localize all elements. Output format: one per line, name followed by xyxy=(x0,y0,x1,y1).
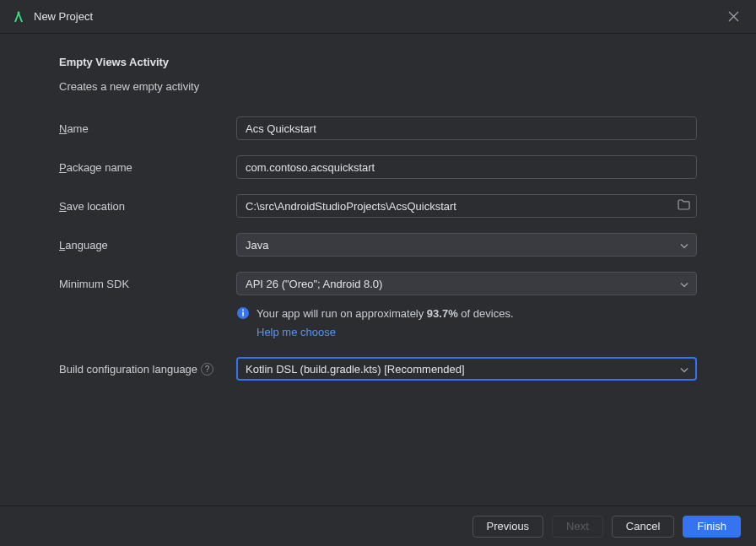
cancel-button[interactable]: Cancel xyxy=(612,516,674,538)
next-button: Next xyxy=(552,516,603,538)
window-title: New Project xyxy=(34,10,93,23)
page-subtitle: Creates a new empty activity xyxy=(59,80,697,93)
info-icon xyxy=(236,306,250,320)
close-icon xyxy=(728,11,739,22)
android-studio-icon xyxy=(12,10,25,24)
row-minimum-sdk: Minimum SDK API 26 ("Oreo"; Android 8.0) xyxy=(59,272,697,295)
label-build-config-language: Build configuration language ? xyxy=(59,363,236,376)
row-name: Name xyxy=(59,116,697,140)
sdk-info-row: Your app will run on approximately 93.7%… xyxy=(236,305,697,340)
help-icon[interactable]: ? xyxy=(201,363,213,376)
language-select[interactable]: Java xyxy=(236,233,697,257)
name-input[interactable] xyxy=(236,116,697,140)
page-title: Empty Views Activity xyxy=(59,56,697,68)
row-language: Language Java xyxy=(59,233,697,257)
build-config-language-select[interactable]: Kotlin DSL (build.gradle.kts) [Recommend… xyxy=(236,357,697,381)
label-language: Language xyxy=(59,239,236,251)
label-minimum-sdk: Minimum SDK xyxy=(59,278,236,290)
package-name-input[interactable] xyxy=(236,155,697,179)
label-package: Package name xyxy=(59,161,236,174)
label-name: Name xyxy=(59,122,236,135)
svg-point-0 xyxy=(18,11,20,14)
svg-rect-2 xyxy=(242,312,244,316)
folder-icon xyxy=(678,199,690,210)
close-button[interactable] xyxy=(721,0,746,33)
svg-point-3 xyxy=(242,310,244,311)
finish-button[interactable]: Finish xyxy=(683,516,741,538)
row-build-config-language: Build configuration language ? Kotlin DS… xyxy=(59,357,697,381)
titlebar: New Project xyxy=(0,0,756,34)
minimum-sdk-select[interactable]: API 26 ("Oreo"; Android 8.0) xyxy=(236,272,697,295)
dialog-content: Empty Views Activity Creates a new empty… xyxy=(0,34,756,381)
dialog-footer: Previous Next Cancel Finish xyxy=(0,505,756,546)
row-package: Package name xyxy=(59,155,697,179)
previous-button[interactable]: Previous xyxy=(472,516,544,538)
row-save-location: Save location xyxy=(59,194,697,218)
browse-folder-button[interactable] xyxy=(678,199,690,213)
save-location-input[interactable] xyxy=(236,194,697,218)
help-me-choose-link[interactable]: Help me choose xyxy=(256,324,336,341)
label-save-location: Save location xyxy=(59,200,236,213)
sdk-info-text: Your app will run on approximately 93.7%… xyxy=(256,305,514,340)
